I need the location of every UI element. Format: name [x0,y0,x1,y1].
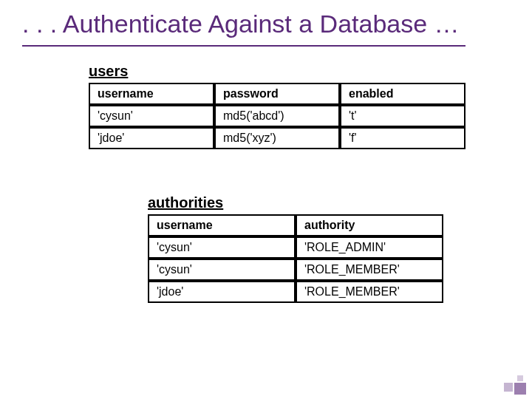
users-header-row: username password enabled [89,83,466,105]
cell: 'ROLE_MEMBER' [296,281,443,303]
cell: 'ROLE_MEMBER' [296,259,443,281]
users-table-section: users username password enabled 'cysun' … [89,63,466,149]
authorities-col-username: username [148,214,296,236]
corner-decoration-icon [499,368,526,395]
cell: 'cysun' [89,105,214,127]
cell: 'jdoe' [148,281,296,303]
authorities-table: username authority 'cysun' 'ROLE_ADMIN' … [148,214,443,303]
authorities-col-authority: authority [296,214,443,236]
table-row: 'cysun' 'ROLE_MEMBER' [148,259,443,281]
table-row: 'cysun' 'ROLE_ADMIN' [148,236,443,259]
cell: 'f' [340,127,466,149]
cell: md5('xyz') [214,127,340,149]
cell: 'cysun' [148,259,296,281]
authorities-table-section: authorities username authority 'cysun' '… [148,194,443,303]
table-row: 'jdoe' md5('xyz') 'f' [89,127,466,149]
cell: 'ROLE_ADMIN' [296,236,443,259]
users-table-title: users [89,63,466,80]
cell: 't' [340,105,466,127]
users-col-username: username [89,83,214,105]
authorities-table-title: authorities [148,194,443,211]
cell: 'cysun' [148,236,296,259]
users-col-password: password [214,83,340,105]
cell: md5('abcd') [214,105,340,127]
authorities-header-row: username authority [148,214,443,236]
slide-title: . . . Authenticate Against a Database … [0,0,532,44]
table-row: 'jdoe' 'ROLE_MEMBER' [148,281,443,303]
slide-content: users username password enabled 'cysun' … [0,47,532,61]
cell: 'jdoe' [89,127,214,149]
users-col-enabled: enabled [340,83,466,105]
table-row: 'cysun' md5('abcd') 't' [89,105,466,127]
users-table: username password enabled 'cysun' md5('a… [89,83,466,149]
